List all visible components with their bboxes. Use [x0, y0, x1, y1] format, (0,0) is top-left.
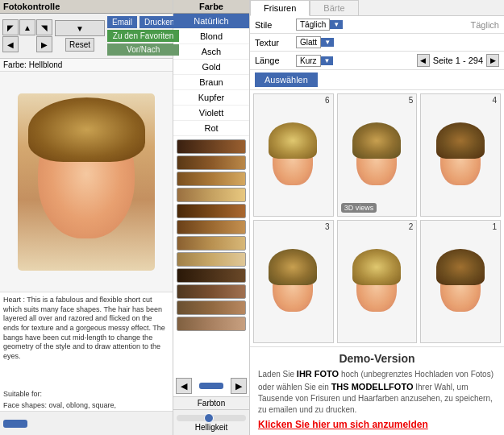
textur-row: Textur Glatt ▼ [250, 34, 504, 52]
foto-header: Fotokontrolle [0, 0, 173, 14]
swatch-10[interactable] [177, 300, 246, 315]
style-img-4 [421, 121, 500, 189]
swatch-9[interactable] [177, 284, 246, 299]
photo-area [0, 72, 173, 292]
arrow-center [19, 36, 35, 52]
style-img-5 [338, 121, 417, 189]
right-panel: Frisuren Bärte Stile Täglich ▼ Täglich T… [250, 0, 504, 435]
swatch-8[interactable] [177, 268, 246, 283]
swatch-3[interactable] [177, 188, 246, 202]
favoriten-button[interactable]: Zu den Favoriten [107, 30, 179, 42]
demo-text: Laden Sie IHR FOTO hoch (unbegrenztes Ho… [258, 368, 496, 416]
auswahlen-button[interactable]: Auswählen [255, 72, 318, 87]
arrow-up[interactable]: ▲ [19, 19, 35, 35]
textur-arrow[interactable]: ▼ [321, 38, 334, 47]
arrow-down[interactable]: ▼ [55, 20, 105, 36]
reset-button[interactable]: Reset [65, 38, 94, 52]
style-cell-3[interactable]: 3 [253, 220, 334, 343]
swatch-nav-right[interactable]: ▶ [231, 378, 247, 394]
style-number-2: 2 [409, 222, 414, 231]
style-number-5: 5 [409, 96, 414, 105]
color-item-gold[interactable]: Gold [173, 60, 249, 75]
color-item-braun[interactable]: Braun [173, 75, 249, 90]
suitable-label: Suitable for: [0, 388, 173, 400]
tabs: Frisuren Bärte [250, 0, 504, 16]
swatch-5[interactable] [177, 220, 246, 234]
tab-frisuren[interactable]: Frisuren [250, 0, 310, 16]
lange-value[interactable]: Kurz [296, 55, 321, 67]
swatch-0[interactable] [177, 139, 246, 154]
slider-thumb [204, 413, 214, 423]
demo-section: Demo-Version Laden Sie IHR FOTO hoch (un… [250, 346, 504, 435]
scroll-area[interactable] [0, 411, 173, 435]
hair-preview-3 [267, 247, 319, 316]
color-list: NatürlichBlondAschGoldBraunKupferViolett… [173, 14, 249, 136]
anmelden-link[interactable]: Klicken Sie hier um sich anzumelden [258, 419, 496, 430]
hair-preview-6 [267, 121, 319, 189]
style-cell-1[interactable]: 1 [420, 220, 501, 343]
face-shapes-text: Face shapes: oval, oblong, square, [0, 400, 173, 411]
helligkeit-label: Helligkeit [177, 423, 246, 432]
style-number-4: 4 [492, 96, 497, 105]
lange-select[interactable]: Kurz ▼ [296, 55, 333, 67]
stile-row: Stile Täglich ▼ Täglich [250, 16, 504, 34]
page-next[interactable]: ▶ [486, 54, 499, 67]
helligkeit-area: Helligkeit [173, 409, 249, 435]
style-cell-2[interactable]: 2 [337, 220, 418, 343]
vor-nach-button[interactable]: Vor/Nach [107, 44, 179, 56]
description-text: Heart : This is a fabulous and flexible … [0, 292, 173, 388]
stile-value[interactable]: Täglich [296, 19, 330, 31]
style-number-1: 1 [492, 222, 497, 231]
page-prev[interactable]: ◀ [417, 54, 430, 67]
photo-placeholder [18, 93, 155, 271]
swatch-11[interactable] [177, 317, 246, 331]
color-swatches [173, 136, 249, 375]
hair-preview-2 [351, 247, 403, 316]
color-item-asch[interactable]: Asch [173, 44, 249, 60]
email-button[interactable]: Email [107, 16, 137, 28]
arrow-up-left[interactable]: ◤ [2, 19, 19, 35]
color-item-violett[interactable]: Violett [173, 106, 249, 121]
arrow-right[interactable]: ▶ [36, 36, 52, 52]
swatch-nav-left[interactable]: ◀ [176, 378, 192, 394]
stile-arrow[interactable]: ▼ [330, 20, 343, 29]
textur-value[interactable]: Glatt [296, 36, 321, 48]
arrow-left[interactable]: ◀ [2, 36, 19, 52]
color-item-rot[interactable]: Rot [173, 121, 249, 136]
color-item-natürlich[interactable]: Natürlich [173, 14, 249, 29]
swatch-2[interactable] [177, 172, 246, 186]
helligkeit-slider[interactable] [177, 415, 246, 421]
page-label: Seite 1 - 294 [433, 56, 483, 65]
swatch-6[interactable] [177, 236, 246, 251]
textur-select[interactable]: Glatt ▼ [296, 36, 334, 48]
hair-preview-4 [435, 121, 487, 189]
hp-hair-4 [436, 122, 485, 159]
middle-panel: Farbe NatürlichBlondAschGoldBraunKupferV… [173, 0, 250, 435]
color-item-blond[interactable]: Blond [173, 29, 249, 44]
farbton-label: Farbton [173, 396, 249, 409]
swatch-4[interactable] [177, 204, 246, 218]
lange-arrow[interactable]: ▼ [321, 56, 334, 65]
hp-hair-1 [436, 249, 485, 285]
scroll-thumb [3, 420, 27, 428]
page-nav: ◀ Seite 1 - 294 ▶ [417, 54, 499, 67]
tab-barte[interactable]: Bärte [310, 0, 358, 15]
hair-preview-5 [351, 121, 403, 189]
farbe-header: Farbe [173, 0, 249, 14]
taglich-label: Täglich [471, 20, 499, 30]
style-cell-5[interactable]: 53D views [337, 93, 418, 217]
style-cell-4[interactable]: 4 [420, 93, 501, 217]
hp-hair-2 [352, 249, 401, 285]
swatch-1[interactable] [177, 155, 246, 170]
style-img-1 [421, 247, 500, 316]
color-item-kupfer[interactable]: Kupfer [173, 90, 249, 106]
swatch-7[interactable] [177, 252, 246, 267]
stile-label: Stile [255, 20, 291, 30]
style-img-3 [254, 247, 333, 316]
lange-row: Länge Kurz ▼ ◀ Seite 1 - 294 ▶ [250, 52, 504, 70]
hair-preview-1 [435, 247, 487, 316]
style-cell-6[interactable]: 6 [253, 93, 334, 217]
stile-select[interactable]: Täglich ▼ [296, 19, 343, 31]
hp-hair-5 [352, 122, 401, 159]
arrow-up-right[interactable]: ◥ [36, 19, 52, 35]
